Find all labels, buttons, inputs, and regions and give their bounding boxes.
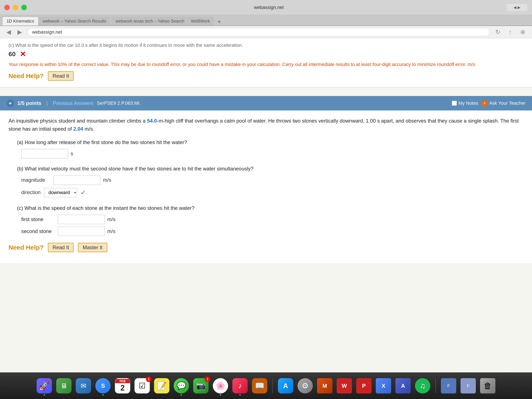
answer-row: 60 ✕: [8, 50, 524, 58]
question-content: An inquisitive physics student and mount…: [0, 110, 532, 263]
dock-reminders[interactable]: ☑ 1: [134, 377, 151, 394]
dock-launchpad[interactable]: 🚀: [36, 377, 53, 394]
part-a-input[interactable]: [21, 149, 68, 158]
dock-trash[interactable]: 🗑: [479, 377, 496, 394]
direction-select[interactable]: downward upward: [44, 188, 77, 197]
back-forward-buttons[interactable]: ◀ ▶: [507, 4, 528, 11]
prev-question-section: (c) What is the speed of the car 10.0 s …: [0, 38, 532, 88]
browser-titlebar: webassign.net ◀ ▶: [0, 0, 532, 15]
magnitude-label: magnitude: [21, 176, 51, 184]
dock-safari[interactable]: S: [95, 377, 112, 394]
direction-row: direction downward upward ✓: [21, 188, 524, 198]
share-button[interactable]: ↑: [506, 28, 514, 36]
tab-webwork2[interactable]: WeBWork: [187, 17, 214, 25]
dock-separator: [272, 378, 273, 393]
separator: |: [46, 100, 48, 106]
dock-appstore[interactable]: A: [277, 377, 294, 394]
first-stone-unit: m/s: [107, 215, 115, 223]
need-help-section: Need Help? Read It: [8, 71, 524, 81]
prev-question-text: (c) What is the speed of the car 10.0 s …: [8, 43, 524, 48]
dock-matlab[interactable]: M: [316, 377, 333, 394]
dock-desktop[interactable]: 🖥: [55, 377, 72, 394]
dock-system-prefs[interactable]: ⚙: [297, 377, 314, 394]
bottom-need-help-label: Need Help?: [8, 242, 44, 253]
browser-toolbar: ◀ ▶ webassign.net ↻ ↑ ⊕: [0, 26, 532, 38]
part-c-label: (c) What is the speed of each stone at t…: [17, 204, 524, 212]
back-button[interactable]: ◀: [4, 28, 13, 36]
question-header-right: My Notes + Ask Your Teacher: [452, 100, 526, 106]
master-it-button[interactable]: Master It: [78, 243, 107, 252]
browser-window: webassign.net ◀ ▶ 1D Kinematics webwork …: [0, 0, 532, 372]
dock-facetime[interactable]: 📷 1: [192, 377, 209, 394]
dock-notes[interactable]: 📝: [153, 377, 170, 394]
browser-content: (c) What is the speed of the car 10.0 s …: [0, 38, 532, 372]
initial-speed-value: 2.04: [73, 126, 83, 132]
close-button[interactable]: [4, 5, 10, 10]
dock-messages[interactable]: 💬: [173, 377, 190, 394]
bottom-need-help: Need Help? Read It Master It: [8, 242, 524, 253]
dock-separator-2: [435, 378, 436, 393]
my-notes-button[interactable]: My Notes: [452, 101, 478, 106]
maximize-button[interactable]: [21, 5, 27, 10]
tab-kinematics[interactable]: 1D Kinematics: [2, 17, 38, 25]
part-b-label: (b) What initial velocity must the secon…: [17, 165, 524, 173]
dock-books[interactable]: 📖: [251, 377, 268, 394]
prev-answers-link[interactable]: Previous Answers: [53, 100, 93, 106]
magnitude-input[interactable]: [54, 176, 101, 185]
question-text: An inquisitive physics student and mount…: [8, 117, 524, 133]
dock-wps[interactable]: P: [355, 377, 372, 394]
dock-music[interactable]: ♪: [232, 377, 248, 394]
second-stone-input[interactable]: [58, 227, 105, 236]
new-tab-button[interactable]: +: [215, 18, 224, 25]
part-a-unit: s: [71, 150, 73, 158]
address-bar[interactable]: webassign.net: [28, 28, 489, 36]
content-wrapper: (c) What is the speed of the car 10.0 s …: [0, 38, 532, 372]
tab-webwork[interactable]: webwork – Yahoo Search Results: [38, 17, 110, 25]
browser-tabs: 1D Kinematics webwork – Yahoo Search Res…: [0, 15, 532, 26]
time-apart-value: 1.00: [366, 118, 376, 124]
part-a-input-row: s: [21, 149, 524, 158]
error-message: Your response is within 10% of the corre…: [8, 61, 524, 68]
first-stone-input[interactable]: [58, 215, 105, 224]
notes-icon: [452, 101, 457, 106]
question-header-bar: + 1/5 points | Previous Answers SerPSE9 …: [0, 96, 532, 110]
read-it-button[interactable]: Read It: [48, 71, 74, 81]
dock-mail[interactable]: ✉: [75, 377, 92, 394]
mac-dock: 🚀 🖥 ✉ S FEB 2 ☑ 1 📝 💬 📷 1 🌸: [0, 372, 532, 399]
dock-xcode[interactable]: X: [375, 377, 392, 394]
answer-value: 60: [8, 51, 16, 58]
dock-photos[interactable]: 🌸: [212, 377, 229, 394]
ask-icon: +: [481, 100, 488, 106]
spacer: [0, 88, 532, 96]
dock-screen1[interactable]: F: [440, 377, 457, 394]
dock-screen2[interactable]: F: [460, 377, 477, 394]
minimize-button[interactable]: [13, 5, 18, 10]
incorrect-icon: ✕: [20, 50, 26, 58]
question-header-left: + 1/5 points | Previous Answers SerPSE9 …: [6, 99, 141, 107]
forward-button[interactable]: ▶: [15, 28, 24, 36]
first-stone-row: first stone m/s: [21, 215, 524, 224]
tab-webwork-texas[interactable]: webwork texas tech – Yahoo Search Result…: [111, 17, 186, 25]
second-stone-label: second stone: [21, 227, 55, 235]
second-stone-unit: m/s: [107, 227, 115, 235]
refresh-button[interactable]: ↻: [493, 28, 503, 36]
dock-keynote[interactable]: A: [394, 377, 412, 394]
points-text: 1/5 points: [18, 100, 41, 106]
first-stone-label: first stone: [21, 215, 55, 223]
part-b-magnitude-row: magnitude m/s: [21, 176, 524, 185]
question-id: SerPSE9 2.P.063.MI.: [97, 101, 141, 106]
window-title: webassign.net: [31, 5, 507, 10]
magnitude-unit: m/s: [103, 176, 111, 184]
second-stone-row: second stone m/s: [21, 227, 524, 236]
bottom-read-it-button[interactable]: Read It: [48, 243, 74, 252]
direction-label: direction: [21, 188, 41, 196]
check-icon: ✓: [80, 188, 86, 198]
part-a-label: (a) How long after release of the first …: [17, 138, 524, 146]
dock-spotify[interactable]: ♫: [414, 377, 431, 394]
expand-icon[interactable]: +: [6, 99, 14, 107]
search-button[interactable]: ⊕: [518, 28, 528, 36]
dock-wolfram[interactable]: W: [336, 377, 353, 394]
ask-teacher-button[interactable]: + Ask Your Teacher: [481, 100, 526, 106]
need-help-label: Need Help?: [8, 72, 44, 80]
dock-calendar[interactable]: FEB 2: [114, 377, 131, 394]
